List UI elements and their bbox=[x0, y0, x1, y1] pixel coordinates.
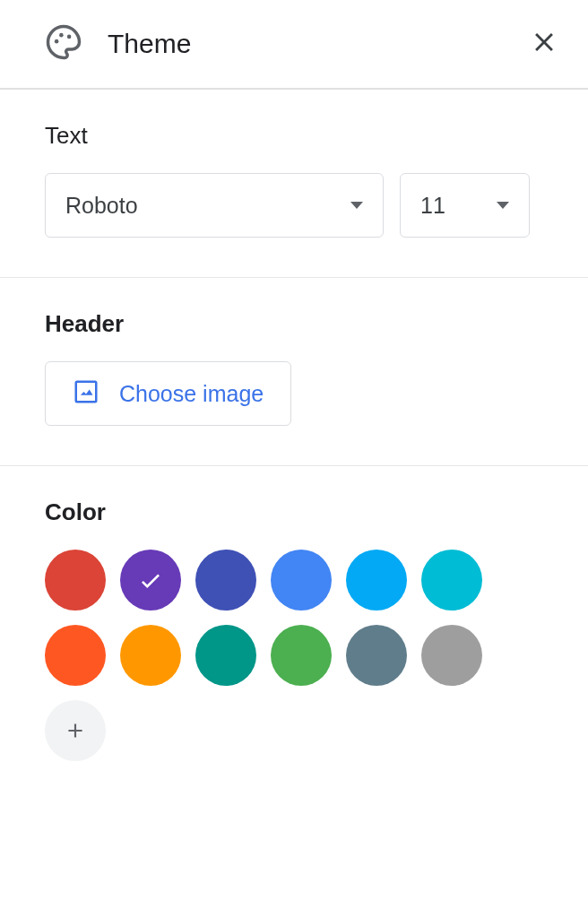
close-icon bbox=[529, 27, 559, 57]
plus-icon bbox=[64, 719, 87, 742]
color-swatch[interactable] bbox=[195, 625, 256, 686]
chevron-down-icon bbox=[350, 202, 363, 209]
chevron-down-icon bbox=[497, 202, 509, 209]
panel-header-left: Theme bbox=[45, 23, 191, 65]
choose-image-label: Choose image bbox=[119, 381, 264, 407]
font-select[interactable]: Roboto bbox=[45, 173, 384, 238]
size-select[interactable]: 11 bbox=[400, 173, 530, 238]
color-swatch[interactable] bbox=[45, 550, 106, 611]
text-section: Text Roboto 11 bbox=[0, 90, 588, 278]
close-button[interactable] bbox=[529, 27, 559, 61]
svg-point-2 bbox=[67, 35, 72, 39]
panel-header: Theme bbox=[0, 0, 588, 90]
svg-point-1 bbox=[59, 33, 64, 38]
color-swatch[interactable] bbox=[120, 625, 181, 686]
svg-rect-3 bbox=[76, 382, 97, 403]
text-controls-row: Roboto 11 bbox=[45, 173, 543, 238]
header-section-label: Header bbox=[45, 310, 543, 338]
color-section: Color bbox=[0, 466, 588, 801]
image-icon bbox=[73, 378, 99, 409]
header-section: Header Choose image bbox=[0, 278, 588, 466]
text-section-label: Text bbox=[45, 122, 543, 150]
size-select-value: 11 bbox=[420, 193, 445, 219]
color-swatch[interactable] bbox=[45, 625, 106, 686]
color-swatch[interactable] bbox=[346, 625, 407, 686]
check-icon bbox=[137, 567, 164, 593]
color-swatch[interactable] bbox=[421, 625, 482, 686]
add-color-button[interactable] bbox=[45, 700, 106, 761]
choose-image-button[interactable]: Choose image bbox=[45, 361, 291, 426]
color-section-label: Color bbox=[45, 498, 543, 526]
panel-title: Theme bbox=[108, 29, 191, 59]
color-grid bbox=[45, 550, 511, 761]
color-swatch[interactable] bbox=[120, 550, 181, 611]
color-swatch[interactable] bbox=[195, 550, 256, 611]
color-swatch[interactable] bbox=[346, 550, 407, 611]
color-swatch[interactable] bbox=[271, 550, 332, 611]
theme-panel: Theme Text Roboto 11 Header bbox=[0, 0, 588, 801]
color-swatch[interactable] bbox=[271, 625, 332, 686]
svg-point-0 bbox=[55, 39, 59, 44]
color-swatch[interactable] bbox=[421, 550, 482, 611]
font-select-value: Roboto bbox=[65, 193, 138, 219]
palette-icon bbox=[45, 23, 82, 65]
